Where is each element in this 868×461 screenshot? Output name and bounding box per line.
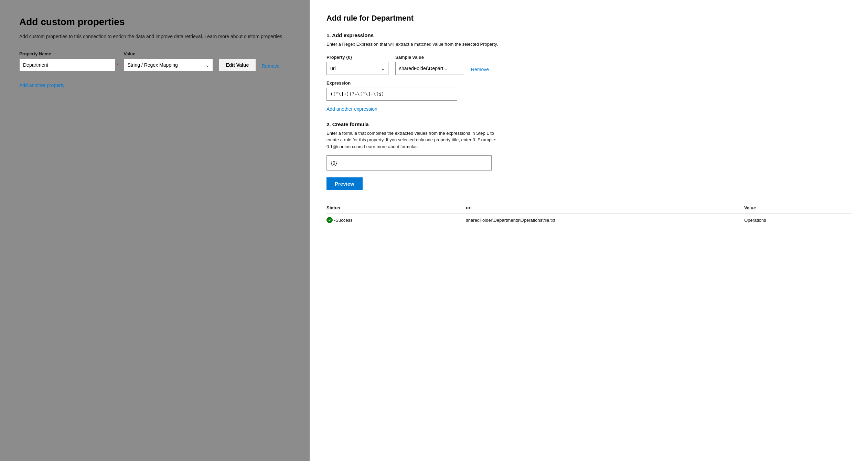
value-label: Value: [124, 51, 213, 56]
value-group: Value String / Regex Mapping Text Number…: [124, 51, 213, 72]
page-title: Add custom properties: [19, 17, 290, 28]
step2-title: 2. Create formula: [326, 121, 851, 127]
edit-value-button[interactable]: Edit Value: [218, 58, 256, 72]
property-name-group: Property Name *: [19, 51, 118, 72]
url-cell: sharedFolder\Departments\Operations\file…: [466, 213, 744, 227]
property-name-input[interactable]: [19, 58, 116, 72]
required-indicator: *: [116, 62, 118, 68]
table-header-row: Status url Value: [326, 202, 851, 213]
header-url: url: [466, 202, 744, 213]
add-expression-link[interactable]: Add another expression: [326, 106, 377, 112]
formula-input[interactable]: [326, 155, 492, 171]
sample-value-label: Sample value: [395, 55, 464, 60]
page-subtitle: Add custom properties to this connection…: [19, 33, 290, 40]
value-cell: Operations: [744, 213, 851, 227]
value-select[interactable]: String / Regex Mapping Text Number: [124, 58, 213, 72]
status-cell: ✓ -Success: [326, 213, 466, 227]
right-panel: Add rule for Department 1. Add expressio…: [310, 0, 868, 461]
sample-value-input[interactable]: [395, 62, 464, 75]
property-expression-row: Property {0} url title path ⌄ Sample val…: [326, 55, 851, 75]
status-text: -Success: [334, 218, 352, 223]
property-select-wrapper: url title path ⌄: [326, 62, 388, 75]
remove-button[interactable]: Remove: [261, 61, 279, 72]
property-select-group: Property {0} url title path ⌄: [326, 55, 388, 75]
step1-title: 1. Add expressions: [326, 32, 851, 38]
panel-title: Add rule for Department: [326, 14, 851, 23]
preview-table: Status url Value ✓ -Success sharedFolder…: [326, 202, 851, 227]
add-another-property-link[interactable]: Add another property: [19, 83, 65, 88]
property-name-label: Property Name: [19, 51, 118, 56]
value-select-wrapper: String / Regex Mapping Text Number ⌄: [124, 58, 213, 72]
property-select-label: Property {0}: [326, 55, 388, 60]
expression-input[interactable]: [326, 88, 457, 101]
status-content: ✓ -Success: [326, 217, 466, 223]
expression-group: Expression: [326, 80, 851, 101]
step1-desc: Enter a Regex Expression that will extra…: [326, 41, 505, 48]
header-status: Status: [326, 202, 466, 213]
property-select[interactable]: url title path: [326, 62, 388, 75]
expression-label: Expression: [326, 80, 851, 86]
step2-desc: Enter a formula that combines the extrac…: [326, 130, 505, 150]
remove-expression-link[interactable]: Remove: [471, 67, 489, 75]
preview-button[interactable]: Preview: [326, 177, 363, 190]
left-panel: Add custom properties Add custom propert…: [0, 0, 310, 461]
success-icon: ✓: [326, 217, 333, 223]
header-value: Value: [744, 202, 851, 213]
table-row: ✓ -Success sharedFolder\Departments\Oper…: [326, 213, 851, 227]
sample-value-group: Sample value: [395, 55, 464, 75]
property-form-row: Property Name * Value String / Regex Map…: [19, 51, 290, 72]
